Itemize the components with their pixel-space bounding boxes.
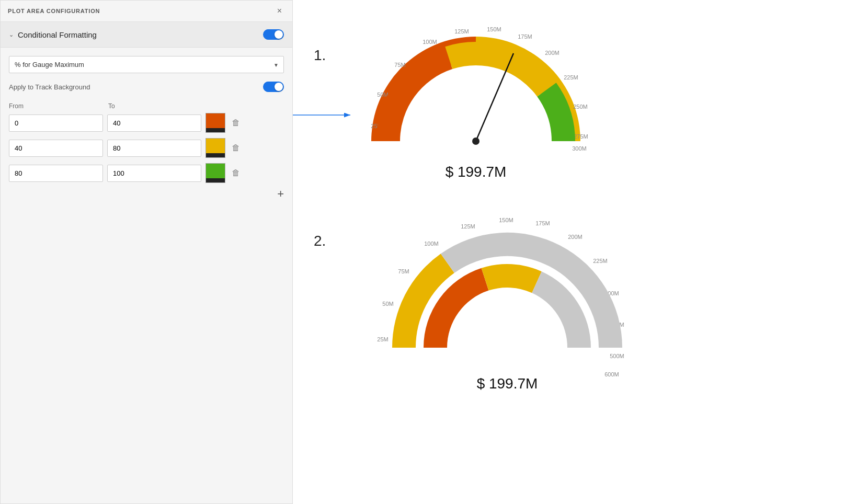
svg-text:225M: 225M [593,258,608,264]
delete-button-3[interactable]: 🗑 [230,166,242,180]
to-input-3[interactable] [107,165,201,182]
apply-track-label: Apply to Track Background [9,83,90,91]
gauge-container-2: 25M 50M 75M 100M 125M 150M 175M 200M 225… [345,201,669,392]
gauge-container-1: 25M 50M 75M 100M 125M 150M 175M 200M 225… [345,16,607,180]
svg-text:600M: 600M [604,371,619,377]
svg-text:175M: 175M [535,220,550,226]
color-swatch-2[interactable] [205,138,225,158]
gauge-needle-pivot-1 [472,138,479,145]
gauge-number-1: 1. [314,47,335,64]
to-header-label: To [108,102,208,110]
color-bottom-3 [206,178,225,182]
tick-label-125m: 125M [454,28,469,35]
tick-label-50m: 50M [377,91,388,98]
svg-text:50M: 50M [382,301,393,307]
gauge-svg-1: 25M 50M 75M 100M 125M 150M 175M 200M 225… [345,16,607,167]
color-top-2 [206,139,225,153]
dropdown-wrapper: % for Gauge Maximum Value Percentage ▼ [9,56,284,73]
color-bottom-2 [206,153,225,157]
tick-label-200m: 200M [545,50,559,56]
gauge-svg-2: 25M 50M 75M 100M 125M 150M 175M 200M 225… [345,201,669,379]
tick-label-175m: 175M [518,33,532,40]
from-input-3[interactable] [9,165,103,182]
tick-label-150m: 150M [487,26,501,32]
apply-track-toggle[interactable] [263,82,284,92]
color-swatch-inner-2 [206,139,225,157]
from-input-1[interactable] [9,114,103,132]
svg-text:200M: 200M [568,234,583,240]
section-header: ⌄ Conditional Formatting [1,22,292,48]
left-panel: PLOT AREA CONFIGURATION × ⌄ Conditional … [0,0,293,504]
color-bottom-1 [206,128,225,132]
from-header-label: From [9,102,108,110]
to-input-1[interactable] [107,114,201,132]
tick-label-75m: 75M [394,62,405,68]
svg-text:75M: 75M [398,268,409,274]
panel-title: PLOT AREA CONFIGURATION [8,8,100,14]
gauge-mode-dropdown[interactable]: % for Gauge Maximum Value Percentage [9,56,284,73]
from-to-header: From To [9,102,284,110]
color-top-1 [206,113,225,128]
gauge-section-2: 2. 25M 50M 75M 100M 125M 150M 175M 200M … [314,201,824,392]
tick-label-250m: 250M [573,104,588,110]
color-swatch-inner-3 [206,164,225,182]
close-button[interactable]: × [274,6,285,16]
apply-track-toggle-thumb [275,83,283,91]
delete-button-1[interactable]: 🗑 [230,116,242,130]
color-top-3 [206,164,225,178]
dropdown-row: % for Gauge Maximum Value Percentage ▼ [9,56,284,73]
range-row-3: 🗑 [9,163,284,183]
svg-text:25M: 25M [377,336,388,342]
add-range-button[interactable]: + [277,188,284,200]
gauge-number-2: 2. [314,233,335,249]
svg-text:125M: 125M [461,223,475,230]
color-swatch-3[interactable] [205,163,225,183]
tick-label-300m: 300M [572,145,587,152]
to-input-2[interactable] [107,140,201,157]
chevron-icon: ⌄ [9,31,14,38]
delete-button-2[interactable]: 🗑 [230,141,242,155]
gauge-section-1: 1. 25M 50M [314,16,824,180]
gauge-segment-yellow-1 [445,42,556,97]
tick-label-100m: 100M [422,39,437,45]
svg-text:150M: 150M [499,217,513,223]
panel-body: % for Gauge Maximum Value Percentage ▼ A… [1,48,292,208]
from-input-2[interactable] [9,140,103,157]
add-row: + [9,188,284,200]
tick-label-275m: 275M [574,133,588,140]
range-row-1: 🗑 [9,113,284,133]
section-title: Conditional Formatting [18,30,97,39]
color-swatch-inner-1 [206,113,225,132]
apply-track-row: Apply to Track Background [9,82,284,92]
svg-text:500M: 500M [610,353,624,359]
range-row-2: 🗑 [9,138,284,158]
tick-label-225m: 225M [564,74,578,81]
panel-header: PLOT AREA CONFIGURATION × [1,1,292,22]
gauge-inner-yellow-2 [482,264,542,293]
svg-text:100M: 100M [424,240,439,247]
color-swatch-1[interactable] [205,113,225,133]
right-area: 1. 25M 50M [293,0,845,504]
section-title-row: ⌄ Conditional Formatting [9,30,97,39]
toggle-thumb [275,30,283,39]
conditional-formatting-toggle[interactable] [263,29,284,40]
